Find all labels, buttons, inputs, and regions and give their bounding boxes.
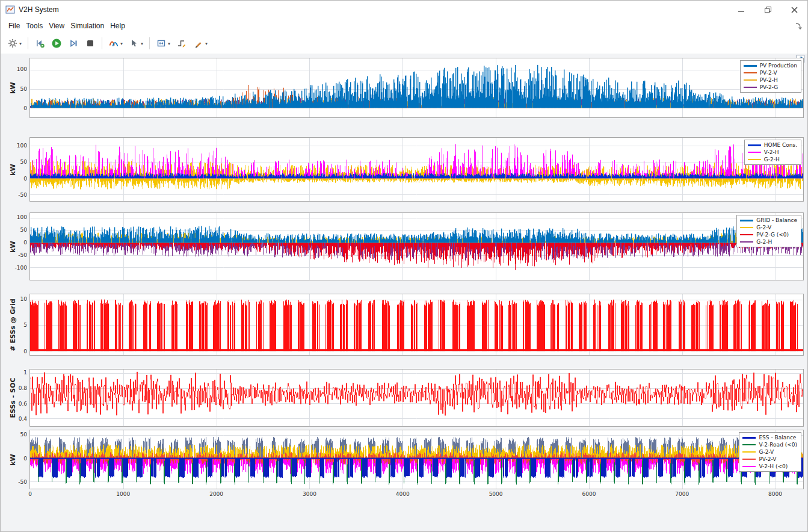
plot-canvas-4[interactable] [30, 294, 803, 355]
fit-to-view-icon [156, 38, 167, 49]
legend-entry: V-2-Road (<0) [742, 441, 797, 448]
menu-help[interactable]: Help [107, 20, 128, 31]
ytick-label: 50 [2, 227, 27, 233]
cursor-measurements-button[interactable]: ▾ [126, 36, 146, 51]
window-controls [728, 1, 807, 19]
ytick-label: -50 [2, 252, 27, 258]
legend-label: PV-2-V [759, 456, 776, 462]
legend-line-sample [742, 459, 756, 460]
legend-entry: V-2-H (<0) [742, 463, 797, 470]
ylabel-plot-4: # ESSs @ Grid [9, 298, 17, 351]
plot-canvas-3[interactable] [30, 213, 803, 280]
legend-entry: PV-2-G (<0) [740, 231, 797, 238]
window-title: V2H System [19, 5, 59, 14]
xtick-label: 1000 [116, 491, 130, 497]
ylabel-plot-5: ESSs - SOC [9, 378, 17, 418]
plot-canvas-6[interactable] [30, 430, 803, 489]
legend-entry: G-2-V [742, 448, 797, 456]
legend-label: V-2-H [764, 149, 779, 155]
step-forward-button[interactable] [66, 36, 81, 51]
toolbar-separator [28, 37, 28, 49]
legend-line-sample [742, 444, 756, 445]
legend-label: PV-2-G [760, 84, 779, 90]
legend-line-sample [742, 451, 756, 453]
legend-label: G-2-V [756, 224, 771, 230]
legend-plot-1: PV ProductionPV-2-VPV-2-HPV-2-G [740, 60, 801, 93]
step-forward-icon [68, 38, 79, 49]
legend-entry: PV-2-V [742, 456, 797, 463]
legend-line-sample [740, 241, 753, 243]
minimize-button[interactable] [728, 1, 754, 19]
legend-plot-3: GRID - BalanceG-2-VPV-2-G (<0)G-2-H [736, 215, 801, 247]
ytick-label: 0 [2, 105, 27, 111]
brush-icon [193, 38, 204, 49]
run-button[interactable] [49, 36, 64, 51]
ylabel-plot-1: kW [9, 82, 17, 93]
close-icon [791, 7, 798, 13]
dropdown-caret-icon: ▾ [168, 41, 170, 46]
xtick-label: 6000 [582, 491, 596, 497]
app-icon [5, 5, 15, 14]
legend-label: G-2-V [759, 449, 774, 455]
legend-label: PV-2-G (<0) [756, 232, 789, 238]
dropdown-caret-icon: ▾ [19, 41, 22, 46]
legend-entry: GRID - Balance [740, 217, 797, 224]
ytick-label: 100 [2, 143, 27, 149]
legend-label: ESS - Balance [759, 435, 796, 441]
dropdown-caret-icon: ▾ [120, 41, 123, 46]
ylabel-plot-6: kW [9, 454, 17, 465]
brush-button[interactable]: ▾ [191, 36, 210, 51]
legend-entry: G-2-H [740, 238, 797, 246]
menu-view[interactable]: View [46, 20, 67, 31]
undock-arrow-icon[interactable] [794, 22, 803, 30]
ytick-label: -100 [2, 265, 27, 271]
trigger-button[interactable] [174, 36, 190, 51]
legend-entry: PV-2-H [744, 76, 797, 84]
legend-plot-6: ESS - BalanceV-2-Road (<0)G-2-VPV-2-VV-2… [739, 432, 801, 472]
legend-entry: PV-2-G [744, 84, 797, 91]
close-button[interactable] [781, 1, 807, 19]
legend-line-sample [742, 437, 756, 439]
dropdown-caret-icon: ▾ [205, 41, 208, 46]
xtick-label: 2000 [209, 491, 223, 497]
axes-1: PV ProductionPV-2-VPV-2-HPV-2-G [29, 58, 804, 118]
xtick-label: 8000 [768, 491, 782, 497]
axes-2: HOME Cons.V-2-HG-2-H [29, 137, 804, 202]
cursor-icon [129, 38, 140, 49]
legend-entry: G-2-H [748, 156, 797, 163]
axes-4 [29, 294, 804, 356]
restore-icon [765, 7, 771, 13]
step-back-button[interactable] [32, 36, 48, 51]
axes-5 [29, 369, 804, 427]
run-icon [51, 38, 62, 49]
restore-button[interactable] [754, 1, 781, 19]
ytick-label: 100 [2, 66, 27, 72]
scope-plot-area: PV ProductionPV-2-VPV-2-HPV-2-G100500kWH… [1, 54, 807, 531]
axes-3: GRID - BalanceG-2-VPV-2-G (<0)G-2-H [29, 212, 804, 280]
menu-file[interactable]: File [5, 20, 23, 31]
simulink-tools-button[interactable]: ▾ [106, 36, 125, 51]
menu-items: FileToolsViewSimulationHelp [5, 20, 128, 31]
stop-button[interactable] [82, 36, 98, 51]
legend-line-sample [740, 227, 753, 228]
menu-tools[interactable]: Tools [23, 20, 46, 31]
legend-entry: ESS - Balance [742, 434, 797, 441]
legend-label: GRID - Balance [756, 217, 797, 223]
ytick-label: -50 [2, 192, 27, 198]
ytick-label: 1 [2, 370, 27, 376]
signal-curves-icon [108, 38, 119, 49]
legend-entry: HOME Cons. [748, 141, 797, 149]
xtick-label: 5000 [489, 491, 503, 497]
plot-canvas-1[interactable] [30, 58, 803, 117]
legend-label: PV Production [760, 63, 797, 69]
span-zoom-button[interactable]: ▾ [153, 36, 173, 51]
ytick-label: 0 [2, 176, 27, 182]
plot-canvas-2[interactable] [30, 138, 803, 201]
plot-canvas-5[interactable] [30, 370, 803, 426]
legend-line-sample [748, 152, 761, 153]
toolbar: ▾ ▾ [1, 33, 807, 54]
title-bar: V2H System [1, 1, 807, 19]
configuration-properties-button[interactable]: ▾ [5, 36, 24, 51]
menu-simulation[interactable]: Simulation [67, 20, 107, 31]
legend-line-sample [740, 220, 753, 221]
